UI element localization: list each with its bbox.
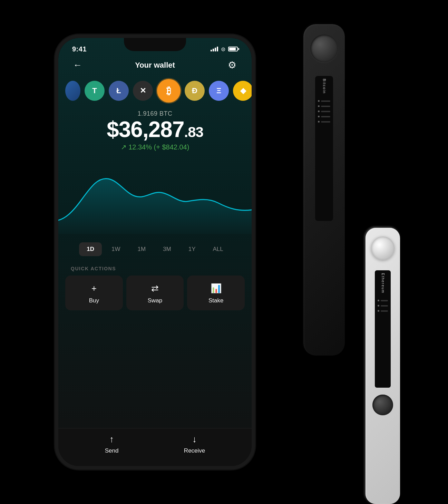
stake-icon: 📊 — [211, 283, 222, 294]
send-button[interactable]: ↑ Send — [105, 434, 119, 454]
page-title: Your wallet — [135, 61, 175, 70]
ledger-button-top — [310, 35, 338, 62]
ledger-menu-row — [316, 115, 332, 118]
coin-item-xrp[interactable]: ✕ — [133, 81, 153, 101]
price-section: 1.9169 BTC $36,287.83 ↗ 12.34% (+ $842.0… — [58, 107, 252, 153]
time-tabs: 1D 1W 1M 3M 1Y ALL — [58, 234, 252, 263]
phone: 9:41 ⊜ ← Your wallet — [55, 35, 255, 469]
stake-label: Stake — [208, 297, 223, 304]
phone-inner: 9:41 ⊜ ← Your wallet — [58, 38, 252, 466]
ledger-menu-row — [316, 120, 332, 123]
bottom-bar: ↑ Send ↓ Receive — [58, 428, 252, 466]
header: ← Your wallet ⚙ — [58, 56, 252, 74]
tab-1m[interactable]: 1M — [130, 242, 153, 256]
ledger-screen-short: Ethereum — [375, 270, 391, 388]
buy-button[interactable]: + Buy — [65, 275, 123, 310]
quick-actions-label: QUICK ACTIONS — [58, 263, 252, 275]
coin-item-dogecoin[interactable]: Ð — [185, 81, 205, 101]
signal-bars-icon — [211, 47, 218, 51]
status-time: 9:41 — [72, 45, 87, 53]
ledger-menu-row — [316, 105, 332, 108]
receive-button[interactable]: ↓ Receive — [184, 434, 205, 454]
status-icons: ⊜ — [211, 46, 238, 52]
tab-3m[interactable]: 3M — [155, 242, 179, 256]
coin-item-bnb[interactable]: ◆ — [233, 81, 252, 101]
ledger-menu-row-w — [376, 309, 389, 312]
buy-icon: + — [91, 283, 97, 294]
swap-icon: ⇄ — [151, 283, 159, 294]
receive-icon: ↓ — [192, 434, 197, 445]
ledger-bitcoin-label: Bitcoin — [322, 79, 326, 94]
tab-all[interactable]: ALL — [205, 242, 231, 256]
coin-row: T Ł ✕ ₿ Ð Ξ ◆ A — [58, 74, 252, 107]
send-label: Send — [105, 447, 119, 454]
ledger-menu-row — [316, 99, 332, 103]
swap-button[interactable]: ⇄ Swap — [126, 275, 184, 310]
scene: 9:41 ⊜ ← Your wallet — [34, 14, 414, 490]
ledger-white-button-bottom — [372, 395, 393, 415]
back-button[interactable]: ← — [71, 60, 85, 70]
send-icon: ↑ — [109, 434, 114, 445]
tab-1y[interactable]: 1Y — [181, 242, 203, 256]
ledger-device-white: Ethereum — [366, 228, 400, 504]
buy-label: Buy — [89, 297, 99, 304]
btc-amount: 1.9169 BTC — [58, 110, 252, 117]
ledger-device-black: Bitcoin — [303, 24, 345, 356]
tab-1d[interactable]: 1D — [79, 242, 102, 256]
coin-item-ethereum[interactable]: Ξ — [209, 81, 229, 101]
stake-button[interactable]: 📊 Stake — [187, 275, 245, 310]
coin-item-bitcoin[interactable]: ₿ — [157, 79, 181, 103]
notch — [124, 38, 186, 51]
coin-item-partial[interactable] — [65, 81, 80, 101]
quick-actions: + Buy ⇄ Swap 📊 Stake — [58, 275, 252, 317]
ledger-menu-row-w — [376, 304, 389, 307]
price-cents: .83 — [184, 124, 203, 140]
settings-icon[interactable]: ⚙ — [225, 59, 239, 71]
receive-label: Receive — [184, 447, 205, 454]
chart-container — [58, 158, 252, 234]
price-chart — [58, 158, 252, 234]
wifi-icon: ⊜ — [221, 46, 225, 52]
ledger-ethereum-label: Ethereum — [381, 273, 385, 293]
ledger-menu-row — [316, 110, 332, 113]
price-main: $36,287.83 — [58, 117, 252, 142]
coin-item-litecoin[interactable]: Ł — [109, 81, 129, 101]
tab-1w[interactable]: 1W — [104, 242, 128, 256]
price-change: ↗ 12.34% (+ $842.04) — [58, 143, 252, 151]
price-dollars: $36,287 — [107, 117, 184, 142]
battery-icon — [228, 47, 238, 51]
ledger-menu-row-w — [376, 299, 389, 302]
ledger-white-button-top — [371, 236, 395, 260]
swap-label: Swap — [148, 297, 163, 304]
coin-item-tether[interactable]: T — [85, 81, 105, 101]
ledger-screen-tall: Bitcoin — [315, 76, 333, 221]
